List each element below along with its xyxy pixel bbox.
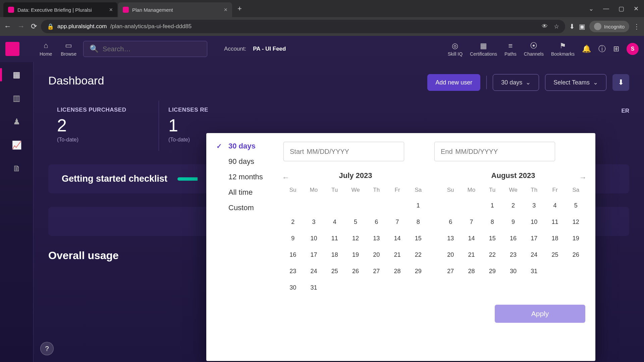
calendar-day[interactable]: 1 <box>409 199 428 213</box>
calendar-day[interactable]: 5 <box>346 215 365 229</box>
range-option[interactable]: 12 months <box>216 173 283 181</box>
calendar-day[interactable]: 22 <box>409 248 428 262</box>
back-icon[interactable]: ← <box>4 22 11 31</box>
calendar-day[interactable]: 11 <box>545 215 564 229</box>
calendar-day[interactable]: 20 <box>367 248 386 262</box>
calendar-day[interactable]: 3 <box>525 199 543 213</box>
calendar-day[interactable]: 10 <box>525 215 543 229</box>
apps-grid-icon[interactable]: ⊞ <box>613 45 619 53</box>
calendar-day[interactable]: 19 <box>567 232 585 245</box>
calendar-day[interactable]: 1 <box>483 199 502 213</box>
calendar-day[interactable]: 3 <box>304 215 323 229</box>
nav-channels[interactable]: ⦿Channels <box>524 42 544 57</box>
range-option[interactable]: 90 days <box>216 157 283 166</box>
calendar-day[interactable]: 21 <box>462 248 481 262</box>
calendar-day[interactable]: 25 <box>325 264 344 278</box>
calendar-day[interactable]: 15 <box>483 232 502 245</box>
range-option[interactable]: ✓30 days <box>216 142 283 150</box>
sidebar-item-org[interactable]: ▥ <box>10 92 23 105</box>
calendar-day[interactable]: 4 <box>325 215 344 229</box>
minimize-icon[interactable]: — <box>603 5 609 12</box>
search-field[interactable] <box>103 45 201 53</box>
end-date-field[interactable] <box>455 148 540 156</box>
start-date-field[interactable] <box>307 148 391 156</box>
search-input[interactable]: 🔍 <box>83 41 207 57</box>
calendar-day[interactable]: 21 <box>388 248 407 262</box>
start-date-input[interactable]: Start <box>283 142 404 161</box>
calendar-day[interactable]: 30 <box>283 281 302 295</box>
bell-icon[interactable]: 🔔 <box>582 45 591 53</box>
calendar-day[interactable]: 31 <box>525 264 543 278</box>
forward-icon[interactable]: → <box>17 22 25 31</box>
pluralsight-logo[interactable] <box>5 42 19 56</box>
calendar-day[interactable]: 17 <box>525 232 543 245</box>
close-window-icon[interactable]: ✕ <box>634 5 639 12</box>
calendar-day[interactable]: 5 <box>567 199 585 213</box>
calendar-day[interactable]: 30 <box>504 264 523 278</box>
calendar-day[interactable]: 19 <box>346 248 365 262</box>
calendar-day[interactable]: 14 <box>462 232 481 245</box>
calendar-day[interactable]: 11 <box>325 232 344 245</box>
calendar-day[interactable]: 31 <box>304 281 323 295</box>
apply-button[interactable]: Apply <box>495 305 585 323</box>
close-icon[interactable]: × <box>224 6 227 13</box>
close-icon[interactable]: × <box>109 6 113 13</box>
calendar-day[interactable]: 24 <box>304 264 323 278</box>
calendar-day[interactable]: 2 <box>504 199 523 213</box>
calendar-day[interactable]: 9 <box>283 232 302 245</box>
select-teams-button[interactable]: Select Teams ⌄ <box>545 74 606 91</box>
sidebar-item-dashboard[interactable]: ▦ <box>10 68 23 81</box>
calendar-day[interactable]: 28 <box>462 264 481 278</box>
end-date-input[interactable]: End <box>434 142 555 161</box>
range-option[interactable]: Custom <box>216 203 283 212</box>
calendar-day[interactable]: 13 <box>367 232 386 245</box>
range-option[interactable]: All time <box>216 188 283 197</box>
sidebar-item-people[interactable]: ♟ <box>10 115 23 128</box>
calendar-day[interactable]: 4 <box>545 199 564 213</box>
calendar-day[interactable]: 20 <box>441 248 460 262</box>
nav-paths[interactable]: ≡Paths <box>504 42 517 57</box>
browser-tab-inactive[interactable]: Data: Executive Briefing | Pluralsi × <box>3 2 117 17</box>
reload-icon[interactable]: ⟳ <box>31 22 37 31</box>
extensions-icon[interactable]: ▣ <box>579 22 585 31</box>
url-bar[interactable]: 🔒 app.pluralsight.com/plan-analytics/pa-… <box>41 20 565 33</box>
calendar-day[interactable]: 18 <box>325 248 344 262</box>
calendar-day[interactable]: 15 <box>409 232 428 245</box>
calendar-day[interactable]: 22 <box>483 248 502 262</box>
calendar-day[interactable]: 8 <box>483 215 502 229</box>
help-bubble[interactable]: ? <box>40 342 54 355</box>
calendar-day[interactable]: 24 <box>525 248 543 262</box>
calendar-day[interactable]: 10 <box>304 232 323 245</box>
downloads-icon[interactable]: ⬇ <box>569 22 575 31</box>
sidebar-item-analytics[interactable]: 📈 <box>10 138 23 152</box>
calendar-day[interactable]: 28 <box>388 264 407 278</box>
calendar-day[interactable]: 26 <box>567 248 585 262</box>
nav-bookmarks[interactable]: ⚑Bookmarks <box>551 42 575 57</box>
star-icon[interactable]: ☆ <box>554 23 559 30</box>
calendar-day[interactable]: 27 <box>367 264 386 278</box>
calendar-day[interactable]: 29 <box>409 264 428 278</box>
nav-certifications[interactable]: ▦Certifications <box>470 42 497 57</box>
sidebar-item-reports[interactable]: 🗎 <box>10 162 23 175</box>
calendar-day[interactable]: 23 <box>504 248 523 262</box>
download-button[interactable]: ⬇ <box>612 74 629 91</box>
help-icon[interactable]: ⓘ <box>598 44 606 54</box>
calendar-day[interactable]: 7 <box>462 215 481 229</box>
browser-tab-active[interactable]: Plan Management × <box>118 2 232 17</box>
chevron-down-icon[interactable]: ⌄ <box>589 5 594 12</box>
calendar-day[interactable]: 17 <box>304 248 323 262</box>
add-user-button[interactable]: Add new user <box>427 74 480 91</box>
calendar-day[interactable]: 8 <box>409 215 428 229</box>
calendar-day[interactable]: 26 <box>346 264 365 278</box>
calendar-day[interactable]: 25 <box>545 248 564 262</box>
kebab-menu-icon[interactable]: ⋮ <box>633 22 640 31</box>
avatar[interactable]: S <box>627 43 639 55</box>
nav-browse[interactable]: ▭ Browse <box>61 41 76 57</box>
calendar-day[interactable]: 18 <box>545 232 564 245</box>
calendar-day[interactable]: 23 <box>283 264 302 278</box>
new-tab-button[interactable]: + <box>233 4 247 13</box>
next-month-icon[interactable]: → <box>579 173 587 182</box>
calendar-day[interactable]: 16 <box>283 248 302 262</box>
incognito-indicator[interactable]: Incognito <box>589 21 629 32</box>
calendar-day[interactable]: 29 <box>483 264 502 278</box>
